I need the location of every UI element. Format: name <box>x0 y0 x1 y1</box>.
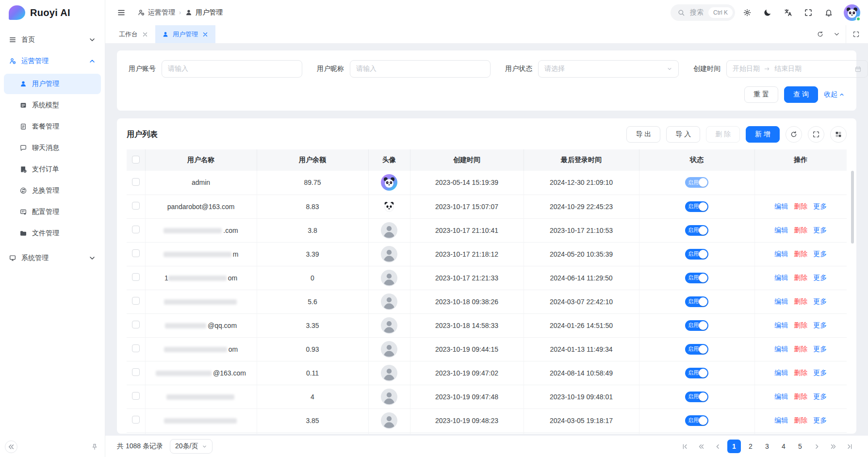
row-checkbox[interactable] <box>132 344 140 352</box>
first-page-button[interactable] <box>678 440 691 453</box>
row-checkbox[interactable] <box>132 226 140 233</box>
delete-link[interactable]: 删除 <box>794 250 807 259</box>
sidebar-group-系统管理[interactable]: 系统管理 <box>4 247 101 269</box>
edit-link[interactable]: 编辑 <box>774 250 788 259</box>
edit-link[interactable]: 编辑 <box>774 345 788 354</box>
status-toggle[interactable]: 启用 <box>685 296 708 307</box>
sidebar-item-配置管理[interactable]: 配置管理 <box>4 202 101 222</box>
breadcrumb-item-运营管理[interactable]: 运营管理 <box>137 8 175 17</box>
row-checkbox[interactable] <box>132 321 140 328</box>
reset-button[interactable]: 重 置 <box>744 86 778 103</box>
last-page-button[interactable] <box>843 440 856 453</box>
edit-link[interactable]: 编辑 <box>774 226 788 235</box>
page-size-select[interactable]: 20条/页 <box>170 439 213 454</box>
add-button[interactable]: 新 增 <box>746 126 780 143</box>
row-checkbox[interactable] <box>132 392 140 400</box>
sidebar-collapse-button[interactable] <box>5 441 17 453</box>
filter-input-用户账号[interactable]: 请输入 <box>162 60 302 78</box>
next-page-button[interactable] <box>810 440 823 453</box>
fullscreen-button[interactable] <box>800 4 817 21</box>
status-toggle[interactable]: 启用 <box>685 415 708 426</box>
edit-link[interactable]: 编辑 <box>774 392 788 401</box>
more-link[interactable]: 更多 <box>813 274 827 282</box>
sidebar-item-用户管理[interactable]: 用户管理 <box>4 74 101 94</box>
tab-工作台[interactable]: 工作台 <box>112 25 155 43</box>
export-button[interactable]: 导 出 <box>626 126 660 143</box>
filter-select-用户状态[interactable]: 请选择 <box>538 60 679 78</box>
close-icon[interactable] <box>142 31 148 38</box>
dark-mode-button[interactable] <box>759 4 776 21</box>
sidebar-item-支付订单[interactable]: 支付订单 <box>4 159 101 180</box>
more-link[interactable]: 更多 <box>813 345 827 354</box>
more-link[interactable]: 更多 <box>813 369 827 377</box>
sidebar-group-首页[interactable]: 首页 <box>4 29 101 50</box>
page-button-1[interactable]: 1 <box>727 440 741 453</box>
status-toggle[interactable]: 启用 <box>685 249 708 260</box>
page-button-4[interactable]: 4 <box>777 440 790 453</box>
sidebar-item-文件管理[interactable]: 文件管理 <box>4 223 101 244</box>
delete-link[interactable]: 删除 <box>794 392 807 401</box>
import-button[interactable]: 导 入 <box>666 126 700 143</box>
table-fullscreen-button[interactable] <box>808 126 824 143</box>
sidebar-item-兑换管理[interactable]: 兑换管理 <box>4 180 101 201</box>
row-checkbox[interactable] <box>132 273 140 281</box>
edit-link[interactable]: 编辑 <box>774 297 788 306</box>
sidebar-pin-button[interactable] <box>89 441 100 452</box>
edit-link[interactable]: 编辑 <box>774 202 788 211</box>
edit-link[interactable]: 编辑 <box>774 369 788 377</box>
table-refresh-button[interactable] <box>786 126 802 143</box>
delete-link[interactable]: 删除 <box>794 202 807 211</box>
sidebar-item-套餐管理[interactable]: 套餐管理 <box>4 116 101 137</box>
sidebar-item-系统模型[interactable]: 系统模型 <box>4 95 101 115</box>
status-toggle[interactable]: 启用 <box>685 344 708 355</box>
status-toggle[interactable]: 启用 <box>685 201 708 212</box>
status-toggle[interactable]: 启用 <box>685 368 708 378</box>
settings-button[interactable] <box>739 4 755 21</box>
page-button-5[interactable]: 5 <box>793 440 807 453</box>
sidebar-toggle-button[interactable] <box>113 4 130 21</box>
jump-back-button[interactable] <box>694 440 708 453</box>
tab-用户管理[interactable]: 用户管理 <box>155 25 215 43</box>
row-checkbox[interactable] <box>132 297 140 305</box>
tab-menu-button[interactable] <box>829 27 844 42</box>
tab-refresh-button[interactable] <box>813 27 827 42</box>
user-avatar[interactable] <box>844 4 860 21</box>
more-link[interactable]: 更多 <box>813 392 827 401</box>
status-toggle[interactable]: 启用 <box>685 225 708 236</box>
status-toggle[interactable]: 启用 <box>685 273 708 283</box>
row-checkbox[interactable] <box>132 202 140 210</box>
delete-link[interactable]: 删除 <box>794 226 807 235</box>
status-toggle[interactable]: 启用 <box>685 177 708 188</box>
language-button[interactable] <box>780 4 796 21</box>
delete-link[interactable]: 删除 <box>794 321 807 330</box>
more-link[interactable]: 更多 <box>813 202 827 211</box>
search-input[interactable]: 搜索 Ctrl K <box>671 4 735 21</box>
jump-forward-button[interactable] <box>826 440 840 453</box>
row-checkbox[interactable] <box>132 178 140 186</box>
edit-link[interactable]: 编辑 <box>774 416 788 425</box>
more-link[interactable]: 更多 <box>813 321 827 330</box>
edit-link[interactable]: 编辑 <box>774 321 788 330</box>
edit-link[interactable]: 编辑 <box>774 274 788 282</box>
table-columns-button[interactable] <box>830 126 847 143</box>
status-toggle[interactable]: 启用 <box>685 320 708 331</box>
row-checkbox[interactable] <box>132 249 140 257</box>
delete-button[interactable]: 删 除 <box>706 126 740 143</box>
filter-daterange[interactable]: 开始日期结束日期 <box>726 60 868 78</box>
select-all-checkbox[interactable] <box>132 156 140 163</box>
content-fullscreen-button[interactable] <box>846 25 866 44</box>
delete-link[interactable]: 删除 <box>794 274 807 282</box>
row-checkbox[interactable] <box>132 416 140 424</box>
delete-link[interactable]: 删除 <box>794 369 807 377</box>
prev-page-button[interactable] <box>711 440 724 453</box>
close-icon[interactable] <box>202 31 209 38</box>
query-button[interactable]: 查 询 <box>784 86 818 103</box>
sidebar-group-运营管理[interactable]: 运营管理 <box>4 50 101 72</box>
more-link[interactable]: 更多 <box>813 416 827 425</box>
row-checkbox[interactable] <box>132 368 140 376</box>
page-button-3[interactable]: 3 <box>760 440 774 453</box>
page-button-2[interactable]: 2 <box>744 440 757 453</box>
delete-link[interactable]: 删除 <box>794 297 807 306</box>
collapse-filter-button[interactable]: 收起 <box>824 90 845 99</box>
delete-link[interactable]: 删除 <box>794 416 807 425</box>
